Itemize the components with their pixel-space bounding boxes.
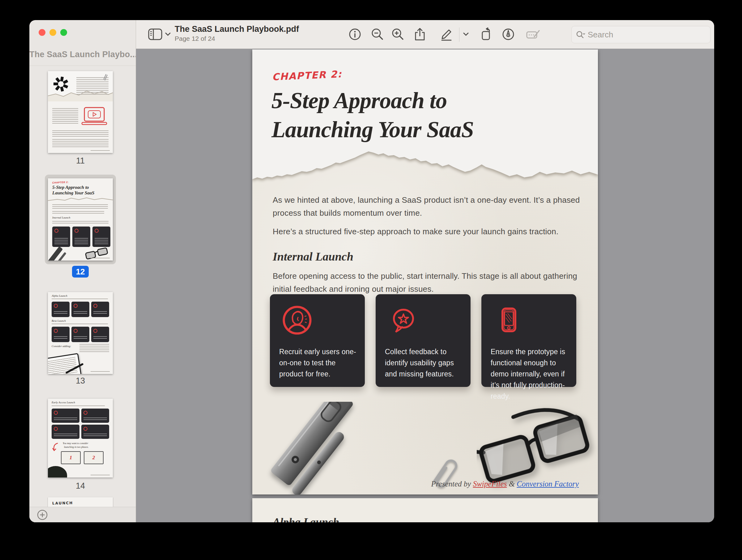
feedback-bubble-star-icon xyxy=(387,305,418,336)
mini-card-text xyxy=(93,336,107,340)
thumb-footer-line xyxy=(91,258,110,259)
document-viewport[interactable]: CHAPTER 2: 5-Step Approach to Launching … xyxy=(136,49,714,522)
mini-card xyxy=(81,408,109,423)
mini-heading: Consider adding: xyxy=(52,345,71,348)
mini-card-icon xyxy=(84,411,88,415)
thumb-footer-line xyxy=(91,475,110,475)
thumb-text-block xyxy=(52,204,108,209)
info-button[interactable] xyxy=(349,28,361,41)
close-button[interactable] xyxy=(39,29,45,36)
minimize-button[interactable] xyxy=(49,29,56,36)
thumbnail-page-14[interactable]: Early Access Launch You may want to cons… xyxy=(48,399,113,478)
highlight-pen-button[interactable] xyxy=(440,27,453,41)
fullscreen-button[interactable] xyxy=(60,29,67,36)
mini-phase-box-2: 2 xyxy=(84,451,104,464)
thumbnail-page-15-partial[interactable]: LAUNCH xyxy=(48,497,113,507)
preview-window: The SaaS Launch Playbo... xyxy=(30,20,714,522)
thumbnail-page-12[interactable]: CHAPTER 2: 5-Step Approach to Launching … xyxy=(48,178,113,261)
thumb-text-block xyxy=(52,211,104,214)
sidebar-footer xyxy=(30,507,136,522)
next-page-heading: Alpha Launch xyxy=(273,515,339,522)
mini-card xyxy=(52,227,70,247)
mini-card-icon xyxy=(73,304,77,308)
mini-card xyxy=(91,302,109,317)
footer-prefix: Presented by xyxy=(431,480,473,488)
mini-card-icon xyxy=(74,229,78,233)
mini-card-icon xyxy=(54,427,58,431)
mini-heading: Early Access Launch xyxy=(52,401,75,404)
thumb-text-block xyxy=(52,298,108,300)
toolbar-divider xyxy=(459,27,460,42)
share-button[interactable] xyxy=(414,27,426,41)
mini-heading: Beta Launch xyxy=(52,319,66,322)
mini-card-text xyxy=(84,417,107,421)
mini-card-text xyxy=(54,434,77,437)
thumb-text-block xyxy=(80,344,109,353)
card-recruit-users: Recruit early users one-on-one to test t… xyxy=(270,294,365,387)
smartphone-sketch-icon xyxy=(493,305,524,336)
mini-title-line1: 5-Step Approach to xyxy=(52,184,89,190)
mini-card-text xyxy=(54,238,68,245)
mini-card-text xyxy=(54,336,67,340)
search-field[interactable] xyxy=(571,26,710,43)
card-collect-feedback: Collect feedback to identify usability g… xyxy=(376,294,471,387)
annotate-chevron-button[interactable] xyxy=(463,33,469,36)
mini-card xyxy=(52,302,69,317)
mini-section-heading: Internal Launch xyxy=(52,216,70,219)
mini-notebook-photo xyxy=(48,353,82,374)
thumb-text-block xyxy=(52,221,109,224)
toolbar: The SaaS Launch Playbook.pdf Page 12 of … xyxy=(136,20,714,49)
desktop: { "sidebar": { "title": "The SaaS Launch… xyxy=(0,0,742,560)
thumb-footer-line xyxy=(91,150,110,151)
mini-card xyxy=(72,227,90,247)
page-indicator: Page 12 of 24 xyxy=(175,35,299,42)
markup-compass-button[interactable] xyxy=(501,27,515,41)
mini-card xyxy=(81,425,109,439)
sidebar-header: The SaaS Launch Playbo... xyxy=(30,20,136,66)
thumbnail-label-12-selected: 12 xyxy=(72,266,89,278)
form-fill-button[interactable] xyxy=(526,28,540,41)
rotate-button[interactable] xyxy=(480,27,494,41)
thumbnail-page-11[interactable] xyxy=(48,71,113,153)
mini-launch-label: LAUNCH xyxy=(52,501,73,505)
paperclip-icon xyxy=(102,72,110,81)
window-controls xyxy=(39,29,67,36)
approach-paragraph: Here’s a structured five-step approach t… xyxy=(273,225,582,238)
thumb-text-block xyxy=(52,405,105,407)
swipefiles-link[interactable]: SwipeFiles xyxy=(473,480,507,488)
sidebar: The SaaS Launch Playbo... xyxy=(30,20,136,522)
mini-phase-box-1: 1 xyxy=(61,451,81,464)
stapler-photo xyxy=(255,402,379,495)
footer-ampersand: & xyxy=(507,480,517,488)
mini-card-text xyxy=(95,238,108,245)
thumb-footer-line xyxy=(91,371,110,372)
document-meta: The SaaS Launch Playbook.pdf Page 12 of … xyxy=(175,24,299,42)
card-text: Collect feedback to identify usability g… xyxy=(385,346,463,380)
search-input[interactable] xyxy=(588,30,706,40)
thumbnail-page-13[interactable]: Alpha Launch Beta Launch Consider adding… xyxy=(48,292,113,374)
mini-card-text xyxy=(54,417,77,421)
zoom-out-button[interactable] xyxy=(371,28,384,41)
thumbnail-label-14: 14 xyxy=(48,481,113,491)
mini-note-line2: launching in two phases. xyxy=(64,446,89,448)
main-area: The SaaS Launch Playbook.pdf Page 12 of … xyxy=(136,20,714,522)
page-title-line1: 5-Step Approach to xyxy=(271,86,474,115)
pdf-page-12: CHAPTER 2: 5-Step Approach to Launching … xyxy=(252,49,598,495)
mini-card xyxy=(52,425,80,439)
sidebar-toggle-chevron-icon[interactable] xyxy=(165,33,171,36)
add-page-button[interactable] xyxy=(37,509,48,520)
conversion-factory-link[interactable]: Conversion Factory xyxy=(517,480,579,488)
sidebar-toggle-icon[interactable] xyxy=(148,28,162,41)
page-footer: Presented by SwipeFiles & Conversion Fac… xyxy=(431,480,579,488)
card-demo-prototype: Ensure the prototype is functional enoug… xyxy=(481,294,576,387)
torn-edge xyxy=(48,197,113,202)
mini-heading: Alpha Launch xyxy=(52,294,67,297)
zoom-in-button[interactable] xyxy=(391,28,405,41)
pdf-page-13-peek: Alpha Launch xyxy=(252,498,598,522)
mini-card-icon xyxy=(93,329,97,333)
mini-card-icon xyxy=(54,411,58,415)
mini-card-text xyxy=(93,311,107,315)
mini-card xyxy=(91,327,109,342)
mini-card-text xyxy=(54,311,67,315)
mini-plant-photo xyxy=(48,466,67,478)
